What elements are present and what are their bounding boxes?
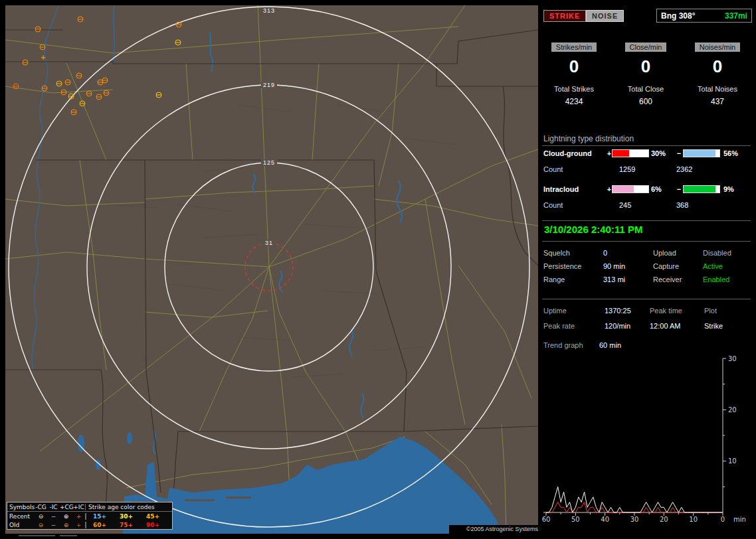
divider xyxy=(542,220,751,221)
peak-rate-label: Peak rate xyxy=(543,322,605,332)
age-code-90: 90+ xyxy=(140,522,166,528)
legend-header-row: Symbols -CG -IC +CG +IC Strike age color… xyxy=(7,502,172,512)
peak-rate-row: Peak rate 120/min 12:00 AM Strike xyxy=(543,322,751,332)
ic-plus-pct: 6% xyxy=(649,185,675,193)
trend-chart: 1020300102030405060min xyxy=(542,356,748,530)
legend-symbols-title: Symbols xyxy=(7,504,35,510)
peak-time-value: 12:00 AM xyxy=(650,322,704,332)
receiver-label: Receiver xyxy=(653,275,703,285)
legend-old-row: Old ⊖ − ⊕ + 60+ 75+ 90+ xyxy=(7,520,172,529)
svg-text:30: 30 xyxy=(728,356,737,362)
cg-minus-pct: 56% xyxy=(720,149,738,157)
total-close-label: Total Close xyxy=(615,85,676,94)
persistence-value: 90 min xyxy=(603,262,653,272)
noise-toggle-button[interactable]: NOISE xyxy=(586,10,624,22)
bearing-distance: 337mi xyxy=(725,11,747,21)
ic-minus-bar xyxy=(683,185,720,193)
old-ic-neg-icon: − xyxy=(47,522,60,528)
plot-mode-value: Strike xyxy=(704,322,723,332)
intracloud-label: Intracloud xyxy=(543,185,607,193)
strikes-per-min-badge[interactable]: Strikes/min xyxy=(551,42,597,52)
bearing-readout: Bng 308° 337mi xyxy=(656,9,752,23)
capture-status: Active xyxy=(703,262,723,272)
window-border-artifact xyxy=(19,535,55,536)
svg-text:60: 60 xyxy=(542,516,550,523)
intracloud-row: Intracloud + 6% − 9% xyxy=(543,185,751,194)
plot-label: Plot xyxy=(704,307,717,317)
age-code-75: 75+ xyxy=(113,522,140,528)
minus-sign: − xyxy=(675,149,683,157)
upload-label: Upload xyxy=(653,249,703,259)
cloud-ground-label: Cloud-ground xyxy=(543,149,607,157)
settings-row: Range 313 mi Receiver Enabled xyxy=(543,275,751,285)
total-noises-value: 437 xyxy=(687,97,748,106)
divider xyxy=(542,299,751,299)
settings-row: Persistence 90 min Capture Active xyxy=(543,262,751,272)
close-column: Close/min 0 Total Close 600 xyxy=(615,41,676,106)
cg-minus-bar xyxy=(683,149,720,157)
cg-count-row: Count 1259 2362 xyxy=(543,165,692,174)
old-cg-pos-icon: ⊕ xyxy=(60,522,72,528)
uptime-label: Uptime xyxy=(543,307,605,317)
range-label: Range xyxy=(543,275,603,285)
upload-status: Disabled xyxy=(703,249,731,259)
close-per-min-badge[interactable]: Close/min xyxy=(625,42,667,52)
squelch-label: Squelch xyxy=(543,249,603,259)
minus-sign: − xyxy=(675,185,683,193)
recent-ic-neg-icon: − xyxy=(47,513,60,520)
recent-ic-pos-icon: + xyxy=(72,513,85,520)
cg-plus-pct: 30% xyxy=(649,149,675,157)
copyright-notice: ©2005 Astrogenic Systems xyxy=(449,525,541,534)
svg-text:10: 10 xyxy=(689,516,698,523)
map-panel[interactable]: 31321912531 + Symbols -CG -IC +CG +IC St… xyxy=(5,5,538,534)
age-code-30: 30+ xyxy=(113,513,140,520)
total-strikes-label: Total Strikes xyxy=(543,85,605,94)
strike-toggle-button[interactable]: STRIKE xyxy=(543,10,586,22)
legend-recent-label: Recent xyxy=(7,513,35,520)
legend-old-label: Old xyxy=(7,522,35,528)
age-code-60: 60+ xyxy=(86,522,113,528)
ic-minus-pct: 9% xyxy=(720,185,734,193)
svg-text:0: 0 xyxy=(721,516,725,523)
ic-count-row: Count 245 368 xyxy=(543,201,688,210)
map-canvas[interactable] xyxy=(5,5,538,534)
cg-plus-count: 1259 xyxy=(619,165,676,174)
uptime-value: 1370:25 xyxy=(605,307,650,317)
close-per-min-value: 0 xyxy=(615,57,676,76)
uptime-row: Uptime 1370:25 Peak time Plot xyxy=(543,307,751,317)
legend-age-title: Strike age color codes xyxy=(85,504,172,510)
plus-sign: + xyxy=(607,149,612,157)
receiver-status: Enabled xyxy=(703,275,729,285)
age-code-15: 15+ xyxy=(86,513,113,520)
noises-per-min-badge[interactable]: Noises/min xyxy=(695,42,740,52)
old-cg-neg-icon: ⊖ xyxy=(35,522,47,528)
svg-text:20: 20 xyxy=(660,516,668,523)
plus-sign: + xyxy=(607,185,612,193)
total-close-value: 600 xyxy=(615,97,676,106)
cloud-ground-row: Cloud-ground + 30% − 56% xyxy=(543,149,751,158)
persistence-label: Persistence xyxy=(543,262,603,272)
peak-time-label: Peak time xyxy=(650,307,704,317)
age-code-45: 45+ xyxy=(140,513,166,520)
svg-text:10: 10 xyxy=(728,457,737,465)
legend-col-cg-pos: +CG xyxy=(60,504,72,510)
strikes-column: Strikes/min 0 Total Strikes 4234 xyxy=(543,41,605,106)
ic-minus-count: 368 xyxy=(676,201,688,210)
distribution-title: Lightning type distribution xyxy=(543,134,634,143)
legend-col-cg-neg: -CG xyxy=(35,504,47,510)
legend-col-ic-neg: -IC xyxy=(47,504,60,510)
range-value: 313 mi xyxy=(603,275,653,285)
divider xyxy=(542,145,751,146)
trend-graph-label: Trend graph xyxy=(543,341,599,350)
svg-text:min: min xyxy=(733,516,746,523)
ic-plus-count: 245 xyxy=(619,201,676,210)
recent-cg-neg-icon: ⊖ xyxy=(35,513,47,520)
noises-per-min-value: 0 xyxy=(687,57,748,76)
capture-label: Capture xyxy=(653,262,703,272)
count-label: Count xyxy=(543,201,619,210)
cg-minus-count: 2362 xyxy=(676,165,692,174)
svg-text:50: 50 xyxy=(571,516,580,523)
ic-plus-bar xyxy=(612,185,649,193)
bearing-label: Bng 308° xyxy=(661,11,695,21)
count-label: Count xyxy=(543,165,619,174)
